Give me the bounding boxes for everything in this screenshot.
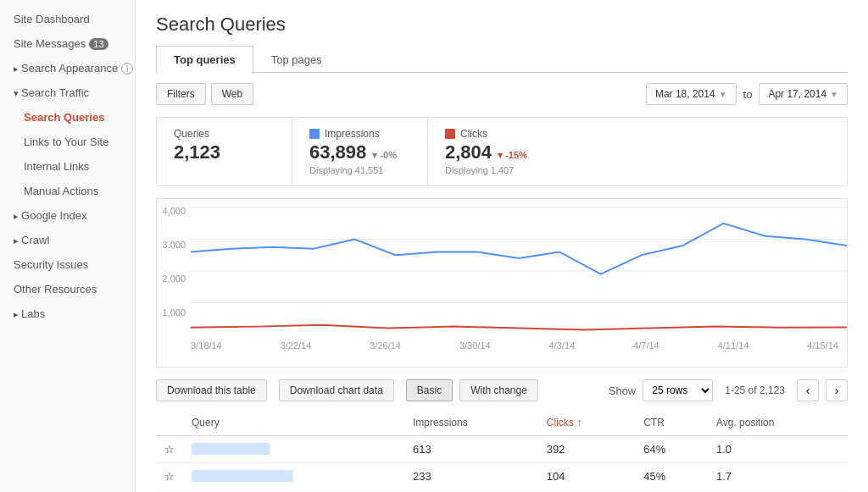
sidebar-item-crawl[interactable]: Crawl xyxy=(0,228,135,252)
x-label: 4/15/14 xyxy=(807,340,838,351)
table-row: ☆██████████23310445%1.7 xyxy=(156,463,848,490)
show-label: Show xyxy=(609,384,637,397)
date-to-arrow-icon: ▼ xyxy=(830,90,838,99)
chart-blue-line xyxy=(191,224,847,274)
y-label: 4,000 xyxy=(157,206,186,216)
page-title: Search Queries xyxy=(156,14,848,36)
stat-card-queries: Queries2,123 xyxy=(157,118,292,185)
table-actions: Download this table Download chart data … xyxy=(156,379,848,401)
sidebar-item-internal-links[interactable]: Internal Links xyxy=(0,154,135,179)
basic-button[interactable]: Basic xyxy=(406,379,453,401)
star-cell-0[interactable]: ☆ xyxy=(156,436,183,463)
data-table: QueryImpressionsClicks ↑CTRAvg. position… xyxy=(156,410,848,492)
download-table-button[interactable]: Download this table xyxy=(156,379,267,401)
x-label: 3/22/14 xyxy=(281,340,312,351)
red-color-box xyxy=(445,129,455,139)
prev-page-button[interactable]: ‹ xyxy=(797,379,819,401)
chart-x-labels: 3/18/143/22/143/26/143/30/144/3/144/7/14… xyxy=(191,337,847,351)
stat-change-clicks: ▾ -15% xyxy=(495,150,527,160)
sidebar-item-google-index[interactable]: Google Index xyxy=(0,203,135,228)
web-button[interactable]: Web xyxy=(211,83,253,105)
x-label: 4/3/14 xyxy=(549,340,576,351)
chart-y-labels: 4,0003,0002,0001,000 xyxy=(157,206,189,341)
blurred-query-0: ██████████ xyxy=(192,443,270,455)
col-header-impressions[interactable]: Impressions xyxy=(404,410,538,436)
filters-button[interactable]: Filters xyxy=(156,83,206,105)
date-from-label: Mar 18, 2014 xyxy=(655,88,715,100)
sidebar-item-manual-actions[interactable]: Manual Actions xyxy=(0,179,135,203)
sidebar-item-labs[interactable]: Labs xyxy=(0,301,135,326)
main-content: Search Queries Top queries Top pages Fil… xyxy=(136,0,868,492)
tab-top-queries[interactable]: Top queries xyxy=(156,46,253,73)
rows-select[interactable]: 10 rows25 rows50 rows100 rows xyxy=(643,379,713,401)
date-from-arrow-icon: ▼ xyxy=(719,90,727,99)
y-label: 3,000 xyxy=(157,240,186,250)
chart-svg xyxy=(191,207,847,334)
impressions-cell-0: 613 xyxy=(404,436,538,463)
sidebar-item-site-messages[interactable]: Site Messages13 xyxy=(0,31,135,56)
stats-row: Queries2,123Impressions63,898 ▾ -0%Displ… xyxy=(156,117,848,186)
sidebar-item-links-to-your-site[interactable]: Links to Your Site xyxy=(0,130,135,154)
stat-value-impressions: 63,898 ▾ -0% xyxy=(309,141,410,163)
date-to-button[interactable]: Apr 17, 2014 ▼ xyxy=(759,83,848,105)
x-label: 4/11/14 xyxy=(718,340,749,351)
query-cell-0: ██████████ xyxy=(183,436,404,463)
stat-label-queries: Queries xyxy=(174,128,275,140)
y-label: 1,000 xyxy=(157,307,186,318)
date-to-separator: to xyxy=(743,88,753,101)
col-header-ctr[interactable]: CTR xyxy=(635,410,708,436)
tab-top-pages[interactable]: Top pages xyxy=(253,46,340,73)
stat-label-clicks: Clicks xyxy=(445,128,547,140)
stat-card-clicks: Clicks2,804 ▾ -15%Displaying 1,407 xyxy=(428,118,564,185)
query-cell-1: ██████████ xyxy=(183,463,404,490)
avg_position-cell-1: 1.7 xyxy=(708,463,848,490)
stat-value-queries: 2,123 xyxy=(174,141,275,163)
stat-card-impressions: Impressions63,898 ▾ -0%Displaying 41,551 xyxy=(292,118,428,185)
col-header-clicks[interactable]: Clicks ↑ xyxy=(538,410,635,436)
impressions-cell-1: 233 xyxy=(404,463,538,490)
avg_position-cell-0: 1.0 xyxy=(708,436,848,463)
sidebar-item-security-issues[interactable]: Security Issues xyxy=(0,252,135,277)
blue-color-box xyxy=(309,129,320,139)
sidebar: Site DashboardSite Messages13Search Appe… xyxy=(0,0,136,492)
x-label: 3/18/14 xyxy=(191,340,222,351)
with-change-button[interactable]: With change xyxy=(459,379,538,401)
sidebar-item-site-dashboard[interactable]: Site Dashboard xyxy=(0,7,135,31)
chart-container: 4,0003,0002,0001,000 3/18/143/22/143/26/… xyxy=(156,198,848,368)
ctr-cell-0: 64% xyxy=(635,436,708,463)
chart-red-line xyxy=(191,325,847,330)
x-label: 3/30/14 xyxy=(459,340,491,351)
stat-change-impressions: ▾ -0% xyxy=(370,150,397,160)
download-chart-button[interactable]: Download chart data xyxy=(279,379,394,401)
sidebar-item-search-queries[interactable]: Search Queries xyxy=(0,105,135,130)
star-cell-1[interactable]: ☆ xyxy=(156,463,183,490)
stat-label-impressions: Impressions xyxy=(309,128,410,140)
x-label: 3/26/14 xyxy=(370,340,401,351)
clicks-cell-0: 392 xyxy=(538,436,635,463)
blurred-query-1: ██████████ xyxy=(192,470,293,482)
clicks-cell-1: 104 xyxy=(538,463,635,490)
ctr-cell-1: 45% xyxy=(635,463,708,490)
col-header-query[interactable]: Query xyxy=(183,410,404,436)
x-label: 4/7/14 xyxy=(633,340,659,351)
col-header-star xyxy=(156,410,183,436)
stat-sub-impressions: Displaying 41,551 xyxy=(309,165,410,175)
stat-value-clicks: 2,804 ▾ -15% xyxy=(445,141,547,163)
toolbar-row: Filters Web Mar 18, 2014 ▼ to Apr 17, 20… xyxy=(156,83,848,105)
next-page-button[interactable]: › xyxy=(826,379,848,401)
table-row: ☆██████████61339264%1.0 xyxy=(156,436,848,463)
y-label: 2,000 xyxy=(157,274,186,284)
sidebar-item-other-resources[interactable]: Other Resources xyxy=(0,277,135,301)
date-range-container: Mar 18, 2014 ▼ to Apr 17, 2014 ▼ xyxy=(646,83,848,105)
date-from-button[interactable]: Mar 18, 2014 ▼ xyxy=(646,83,737,105)
col-header-avg_position[interactable]: Avg. position xyxy=(708,410,848,436)
sidebar-item-search-traffic[interactable]: Search Traffic xyxy=(0,80,135,105)
tabs-container: Top queries Top pages xyxy=(156,46,848,73)
sidebar-item-search-appearance[interactable]: Search Appearancei xyxy=(0,56,135,80)
stat-sub-clicks: Displaying 1,407 xyxy=(445,165,547,175)
pagination-label: 1-25 of 2,123 xyxy=(725,384,785,396)
date-to-label: Apr 17, 2014 xyxy=(768,88,826,100)
